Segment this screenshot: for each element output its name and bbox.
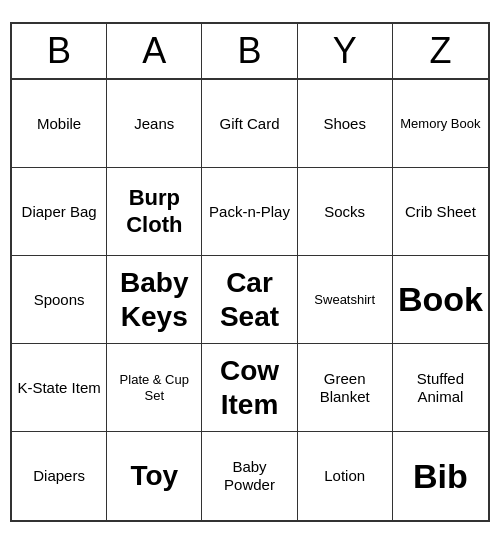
cell-20: Diapers [12, 432, 107, 520]
cell-6: Burp Cloth [107, 168, 202, 256]
cell-5: Diaper Bag [12, 168, 107, 256]
cell-10: Spoons [12, 256, 107, 344]
cell-8: Socks [298, 168, 393, 256]
header-A-1: A [107, 24, 202, 78]
cell-2: Gift Card [202, 80, 297, 168]
cell-text-4: Memory Book [400, 116, 480, 132]
header-B-2: B [202, 24, 297, 78]
cell-text-22: Baby Powder [205, 458, 293, 494]
cell-0: Mobile [12, 80, 107, 168]
cell-text-15: K-State Item [17, 379, 100, 397]
cell-text-5: Diaper Bag [22, 203, 97, 221]
cell-text-16: Plate & Cup Set [110, 372, 198, 403]
cell-22: Baby Powder [202, 432, 297, 520]
cell-text-8: Socks [324, 203, 365, 221]
header-row: BABYZ [12, 24, 488, 80]
cell-text-21: Toy [130, 459, 178, 493]
cell-9: Crib Sheet [393, 168, 488, 256]
cell-24: Bib [393, 432, 488, 520]
cell-15: K-State Item [12, 344, 107, 432]
bingo-grid: MobileJeansGift CardShoesMemory BookDiap… [12, 80, 488, 520]
cell-21: Toy [107, 432, 202, 520]
bingo-card: BABYZ MobileJeansGift CardShoesMemory Bo… [10, 22, 490, 522]
cell-text-0: Mobile [37, 115, 81, 133]
cell-13: Sweatshirt [298, 256, 393, 344]
header-Z-4: Z [393, 24, 488, 78]
header-B-0: B [12, 24, 107, 78]
cell-19: Stuffed Animal [393, 344, 488, 432]
cell-text-3: Shoes [323, 115, 366, 133]
cell-11: Baby Keys [107, 256, 202, 344]
cell-4: Memory Book [393, 80, 488, 168]
cell-text-12: Car Seat [205, 266, 293, 333]
cell-text-11: Baby Keys [110, 266, 198, 333]
cell-text-19: Stuffed Animal [396, 370, 485, 406]
cell-text-9: Crib Sheet [405, 203, 476, 221]
cell-18: Green Blanket [298, 344, 393, 432]
cell-text-1: Jeans [134, 115, 174, 133]
cell-1: Jeans [107, 80, 202, 168]
cell-12: Car Seat [202, 256, 297, 344]
cell-3: Shoes [298, 80, 393, 168]
cell-text-13: Sweatshirt [314, 292, 375, 308]
cell-16: Plate & Cup Set [107, 344, 202, 432]
cell-text-24: Bib [413, 456, 468, 497]
cell-23: Lotion [298, 432, 393, 520]
cell-text-6: Burp Cloth [110, 185, 198, 238]
cell-17: Cow Item [202, 344, 297, 432]
cell-7: Pack-n-Play [202, 168, 297, 256]
cell-text-7: Pack-n-Play [209, 203, 290, 221]
cell-text-20: Diapers [33, 467, 85, 485]
cell-14: Book [393, 256, 488, 344]
cell-text-17: Cow Item [205, 354, 293, 421]
cell-text-10: Spoons [34, 291, 85, 309]
header-Y-3: Y [298, 24, 393, 78]
cell-text-18: Green Blanket [301, 370, 389, 406]
cell-text-23: Lotion [324, 467, 365, 485]
cell-text-2: Gift Card [219, 115, 279, 133]
cell-text-14: Book [398, 279, 483, 320]
